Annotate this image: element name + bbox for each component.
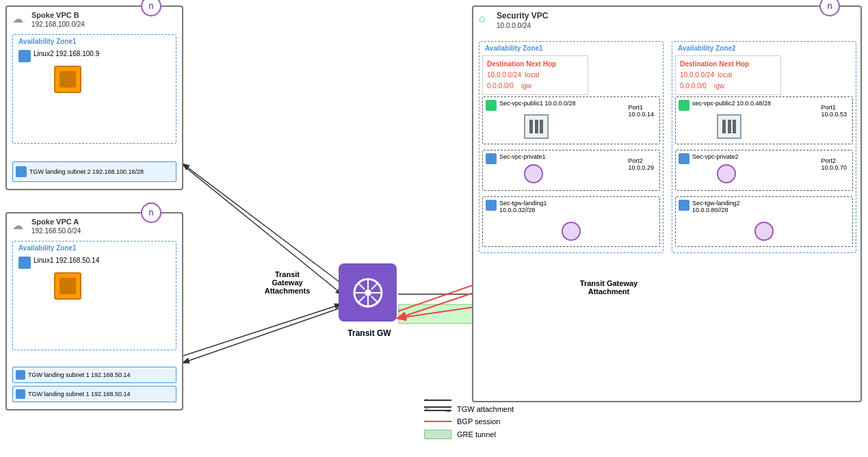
- legend-line-single: ←: [424, 400, 451, 401]
- legend-item-tgw: ← → TGW attachment: [424, 405, 514, 413]
- svg-point-15: [365, 289, 371, 296]
- public1-icon: [486, 100, 497, 111]
- n-circle-b: ո: [141, 0, 161, 16]
- legend: ← ← → TGW attachment ← BGP session GRE t…: [424, 400, 514, 443]
- home-icon: ⌂: [479, 12, 486, 25]
- tgw-subnet-a1-label: TGW landing subnet 1 192.168.50.14: [28, 371, 131, 378]
- legend-item-bgp: ← BGP session: [424, 417, 514, 426]
- sec-az1-label: Availability Zone1: [485, 44, 543, 52]
- public2-icon: [679, 100, 689, 111]
- tgw-icon-landing1: [562, 222, 581, 241]
- route-row-az2-2: 0.0.0.0/0 igw: [680, 81, 776, 92]
- spoke-vpc-a-label: Spoke VPC A: [31, 218, 79, 226]
- private2-icon: [679, 153, 689, 164]
- legend-line-tgw: ← →: [424, 406, 451, 413]
- legend-line-bgp: ←: [424, 421, 451, 422]
- transit-gw-box: [339, 263, 400, 325]
- port2-az1-label: Port210.0.0.29: [628, 157, 654, 171]
- public1-label: Sec-vpc-public1 10.0.0.0/28: [499, 100, 576, 107]
- tgw-subnet-b: TGW landing subnet 2 192.168.100.16/28: [12, 161, 176, 182]
- legend-label-gre: GRE tunnel: [457, 430, 496, 439]
- linux2-label: Linux2 192.168.100.9: [34, 50, 99, 57]
- spoke-a-az1: Availability Zone1 Linux1 192.168.50.14: [12, 241, 176, 350]
- security-vpc: ⌂ ո Security VPC 10.0.0.0/24 Availabilit…: [472, 5, 862, 402]
- tgw-landing2-icon: [679, 200, 689, 211]
- transit-gw-svg: [351, 276, 385, 310]
- sec-vpc-public2-box: sec-vpc-public2 10.0.0.48/28 Port110.0.0…: [675, 96, 853, 144]
- tgw-landing1-icon: [486, 200, 497, 211]
- tgw-subnet-b-label: TGW landing subnet 2 192.168.100.16/28: [29, 168, 144, 175]
- svg-line-23: [358, 296, 365, 302]
- svg-line-1: [183, 164, 342, 284]
- svg-line-20: [358, 283, 365, 289]
- tgw-attachments-label: TransitGatewayAttachments: [253, 270, 321, 295]
- private2-label: Sec-vpc-private2: [692, 153, 739, 160]
- sec-vpc-private1-box: Sec-vpc-private1 Port210.0.0.29: [482, 150, 660, 191]
- sec-tgw-landing2-box: Sec-tgw-landing2 10.0.0.80//28: [675, 196, 853, 247]
- n-circle-sec: ո: [819, 0, 840, 16]
- sec-tgw-landing1-box: Sec-tgw-landing1 10.0.0.32//28: [482, 196, 660, 247]
- spoke-b-az1: Availability Zone1 Linux2 192.168.100.9: [12, 34, 176, 144]
- n-circle-a: ո: [141, 203, 161, 223]
- spoke-vpc-a-ip: 192.168.50.0/24: [31, 227, 81, 235]
- route-row-az1-2: 0.0.0.0/0 igw: [487, 81, 583, 92]
- transit-gw-label: Transit GW: [335, 328, 404, 338]
- legend-item-gre: GRE tunnel: [424, 430, 514, 439]
- legend-rect-gre: [424, 430, 451, 439]
- tgw-subnet-a2: TGW landing subnet 1 192.168.50.14: [12, 386, 176, 402]
- sec-az1: Availability Zone1 Destination Next Hop …: [479, 41, 663, 253]
- lock-icon-subnet-a1: [16, 370, 25, 380]
- legend-label-bgp: BGP session: [457, 417, 500, 426]
- security-vpc-ip: 10.0.0.0/24: [497, 22, 531, 29]
- lock-icon-subnet-b: [16, 166, 27, 177]
- spoke-vpc-a: ☁ ո Spoke VPC A 192.168.50.0/24 Availabi…: [5, 212, 183, 410]
- diagram-container: ☁ ո Spoke VPC B 192.168.100.0/24 Availab…: [0, 0, 868, 457]
- spoke-vpc-b-label: Spoke VPC B: [31, 11, 79, 19]
- route-header-az1: Destination Next Hop: [487, 59, 583, 70]
- cloud-icon-b: ☁: [12, 12, 23, 25]
- cloud-icon-a: ☁: [12, 219, 23, 232]
- spoke-vpc-b: ☁ ո Spoke VPC B 192.168.100.0/24 Availab…: [5, 5, 183, 190]
- sec-az2-label: Availability Zone2: [678, 44, 736, 52]
- nfw-icon-az2: [717, 114, 741, 139]
- route-header-az2: Destination Next Hop: [680, 59, 776, 70]
- route-row-az2-1: 10.0.0.0/24 local: [680, 70, 776, 81]
- cpu-icon-b: [54, 66, 81, 93]
- lock-icon-a: [18, 257, 31, 269]
- nfw-icon-az1: [524, 114, 549, 139]
- linux1-label: Linux1 192.168.50.14: [34, 257, 99, 264]
- svg-line-22: [371, 283, 378, 289]
- route-table-az1: Destination Next Hop 10.0.0.0/24 local 0…: [482, 55, 588, 95]
- tgw-icon-landing2: [754, 222, 774, 241]
- sec-az2: Availability Zone2 Destination Next Hop …: [672, 41, 856, 253]
- tgw-attachment-label: Transit GatewayAttachment: [561, 279, 657, 296]
- lock-icon-subnet-a2: [16, 389, 25, 399]
- public2-label: sec-vpc-public2 10.0.0.48/28: [692, 100, 771, 107]
- svg-line-2: [183, 304, 341, 356]
- sec-vpc-private2-box: Sec-vpc-private2 Port210.0.0.70: [675, 150, 853, 191]
- port1-az1-label: Port110.0.0.14: [628, 104, 654, 118]
- transit-gw-icon: [339, 263, 397, 322]
- private1-label: Sec-vpc-private1: [499, 153, 546, 160]
- tgw-subnet-a1: TGW landing subnet 1 192.168.50.14: [12, 367, 176, 383]
- svg-line-3: [183, 308, 341, 363]
- lock-icon-b: [18, 50, 31, 62]
- security-vpc-label: Security VPC: [497, 11, 548, 21]
- route-row-az1-1: 10.0.0.0/24 local: [487, 70, 583, 81]
- cpu-icon-a: [54, 272, 81, 300]
- tgw-icon-private2: [717, 164, 736, 183]
- legend-label-tgw: TGW attachment: [457, 405, 514, 413]
- tgw-landing1-label: Sec-tgw-landing1 10.0.0.32//28: [499, 200, 547, 213]
- tgw-icon-private1: [524, 164, 543, 183]
- legend-item-single: ←: [424, 400, 514, 401]
- sec-vpc-public1-box: Sec-vpc-public1 10.0.0.0/28 Port110.0.0.…: [482, 96, 660, 144]
- spoke-a-az1-label: Availability Zone1: [18, 244, 77, 252]
- private1-icon: [486, 153, 497, 164]
- port1-az2-label: Port110.0.0.53: [821, 104, 847, 118]
- route-table-az2: Destination Next Hop 10.0.0.0/24 local 0…: [675, 55, 781, 95]
- port2-az2-label: Port210.0.0.70: [821, 157, 847, 171]
- tgw-subnet-a2-label: TGW landing subnet 1 192.168.50.14: [28, 391, 131, 397]
- tgw-landing2-label: Sec-tgw-landing2 10.0.0.80//28: [692, 200, 740, 213]
- spoke-vpc-b-ip: 192.168.100.0/24: [31, 21, 85, 28]
- svg-line-21: [371, 296, 378, 302]
